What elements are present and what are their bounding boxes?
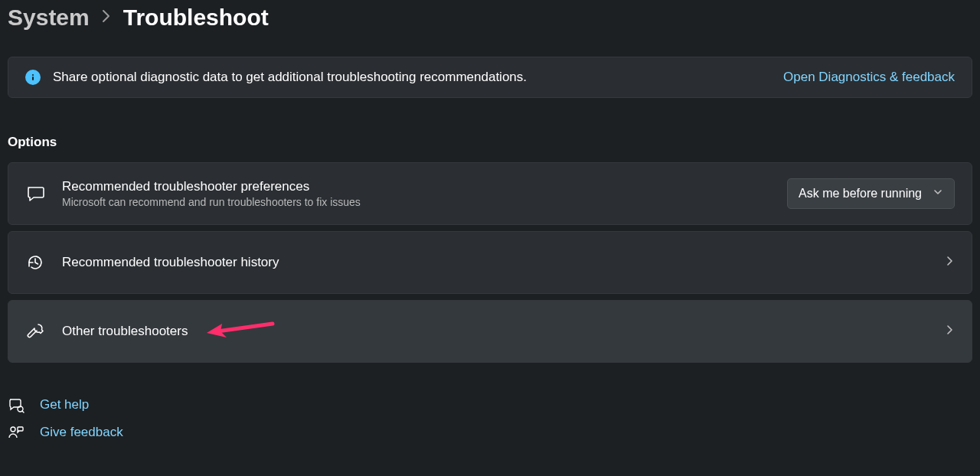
- svg-point-3: [11, 427, 15, 432]
- chevron-right-icon: [944, 324, 955, 338]
- history-icon: [25, 253, 45, 272]
- other-troubleshooters-row[interactable]: Other troubleshooters: [8, 300, 972, 363]
- troubleshooter-preferences-row: Recommended troubleshooter preferences M…: [8, 162, 972, 225]
- breadcrumb: System Troubleshoot: [8, 0, 972, 31]
- feedback-person-icon: [8, 424, 24, 441]
- chevron-down-icon: [933, 187, 943, 201]
- other-title: Other troubleshooters: [62, 324, 927, 339]
- options-heading: Options: [8, 135, 972, 150]
- info-icon: [25, 70, 41, 85]
- footer-links: Get help Give feedback: [8, 396, 972, 441]
- wrench-icon: [25, 321, 45, 341]
- svg-rect-1: [32, 77, 34, 80]
- get-help-label: Get help: [40, 397, 89, 412]
- diagnostics-info-text: Share optional diagnostic data to get ad…: [53, 70, 771, 85]
- preferences-dropdown[interactable]: Ask me before running: [787, 178, 955, 209]
- preferences-subtitle: Microsoft can recommend and run troubles…: [62, 196, 770, 208]
- breadcrumb-parent[interactable]: System: [8, 5, 90, 31]
- give-feedback-link[interactable]: Give feedback: [8, 424, 972, 441]
- give-feedback-label: Give feedback: [40, 425, 123, 440]
- troubleshooter-history-row[interactable]: Recommended troubleshooter history: [8, 231, 972, 294]
- history-title: Recommended troubleshooter history: [62, 255, 927, 270]
- chevron-right-icon: [944, 256, 955, 269]
- breadcrumb-current: Troubleshoot: [123, 5, 269, 31]
- preferences-dropdown-value: Ask me before running: [799, 187, 922, 201]
- help-chat-icon: [8, 396, 24, 413]
- chevron-right-icon: [102, 9, 111, 27]
- diagnostics-info-bar: Share optional diagnostic data to get ad…: [8, 57, 972, 98]
- get-help-link[interactable]: Get help: [8, 396, 972, 413]
- preferences-title: Recommended troubleshooter preferences: [62, 179, 770, 194]
- open-diagnostics-link[interactable]: Open Diagnostics & feedback: [783, 70, 955, 85]
- svg-point-0: [32, 74, 34, 76]
- chat-bubble-icon: [25, 184, 45, 204]
- svg-rect-4: [18, 427, 23, 431]
